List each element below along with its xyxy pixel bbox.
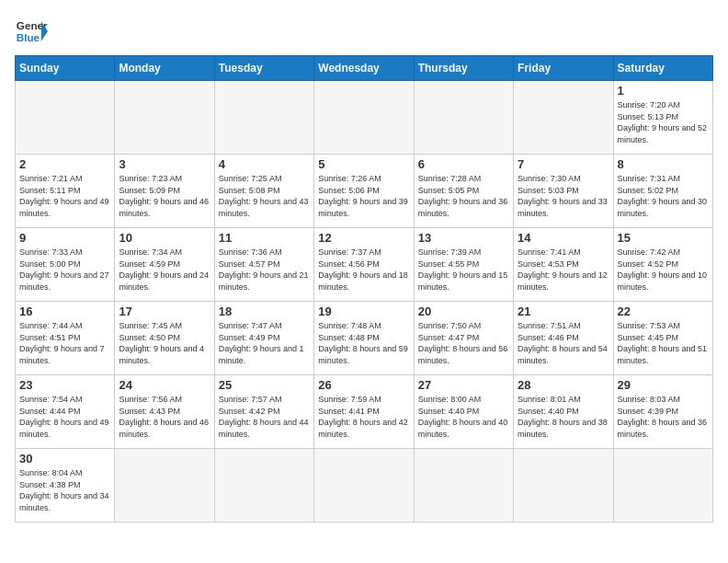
calendar-cell: 20Sunrise: 7:50 AM Sunset: 4:47 PM Dayli…: [414, 302, 513, 375]
calendar-cell: [214, 81, 313, 155]
day-number: 4: [219, 157, 310, 171]
calendar-cell: 27Sunrise: 8:00 AM Sunset: 4:40 PM Dayli…: [414, 375, 513, 449]
day-number: 28: [518, 378, 609, 392]
day-info: Sunrise: 7:54 AM Sunset: 4:44 PM Dayligh…: [19, 394, 110, 440]
day-info: Sunrise: 7:36 AM Sunset: 4:57 PM Dayligh…: [219, 247, 310, 293]
calendar-cell: [115, 449, 214, 523]
day-number: 26: [318, 378, 409, 392]
calendar-cell: [414, 449, 513, 523]
day-header-monday: Monday: [115, 56, 214, 81]
day-number: 25: [219, 378, 310, 392]
day-number: 22: [618, 304, 709, 318]
day-number: 11: [219, 231, 310, 245]
day-number: 13: [418, 231, 509, 245]
calendar-cell: 8Sunrise: 7:31 AM Sunset: 5:02 PM Daylig…: [613, 155, 712, 228]
calendar-cell: [214, 449, 313, 523]
day-info: Sunrise: 7:59 AM Sunset: 4:41 PM Dayligh…: [318, 394, 409, 440]
calendar-cell: 10Sunrise: 7:34 AM Sunset: 4:59 PM Dayli…: [115, 228, 214, 302]
day-info: Sunrise: 7:44 AM Sunset: 4:51 PM Dayligh…: [19, 320, 110, 366]
calendar-cell: 30Sunrise: 8:04 AM Sunset: 4:38 PM Dayli…: [16, 449, 115, 523]
day-header-thursday: Thursday: [414, 56, 513, 81]
calendar-table: SundayMondayTuesdayWednesdayThursdayFrid…: [15, 55, 713, 523]
calendar-cell: [514, 449, 613, 523]
calendar-cell: 1Sunrise: 7:20 AM Sunset: 5:13 PM Daylig…: [613, 81, 712, 155]
day-number: 7: [518, 157, 609, 171]
calendar-cell: 26Sunrise: 7:59 AM Sunset: 4:41 PM Dayli…: [314, 375, 414, 449]
day-number: 2: [19, 157, 110, 171]
calendar-cell: 24Sunrise: 7:56 AM Sunset: 4:43 PM Dayli…: [115, 375, 214, 449]
week-row-4: 16Sunrise: 7:44 AM Sunset: 4:51 PM Dayli…: [16, 302, 713, 375]
day-number: 19: [318, 304, 409, 318]
day-number: 18: [219, 304, 310, 318]
day-info: Sunrise: 7:20 AM Sunset: 5:13 PM Dayligh…: [618, 99, 709, 145]
calendar-cell: 11Sunrise: 7:36 AM Sunset: 4:57 PM Dayli…: [214, 228, 313, 302]
calendar-cell: [16, 81, 115, 155]
week-row-6: 30Sunrise: 8:04 AM Sunset: 4:38 PM Dayli…: [16, 449, 713, 523]
calendar-cell: [314, 449, 414, 523]
day-info: Sunrise: 8:01 AM Sunset: 4:40 PM Dayligh…: [518, 394, 609, 440]
calendar-cell: 23Sunrise: 7:54 AM Sunset: 4:44 PM Dayli…: [16, 375, 115, 449]
day-header-friday: Friday: [514, 56, 613, 81]
day-number: 20: [418, 304, 509, 318]
calendar-cell: 4Sunrise: 7:25 AM Sunset: 5:08 PM Daylig…: [214, 155, 313, 228]
day-info: Sunrise: 8:03 AM Sunset: 4:39 PM Dayligh…: [618, 394, 709, 440]
day-number: 29: [618, 378, 709, 392]
day-number: 17: [119, 304, 210, 318]
day-number: 27: [418, 378, 509, 392]
calendar-cell: 22Sunrise: 7:53 AM Sunset: 4:45 PM Dayli…: [613, 302, 712, 375]
day-info: Sunrise: 7:30 AM Sunset: 5:03 PM Dayligh…: [518, 173, 609, 219]
day-header-saturday: Saturday: [613, 56, 712, 81]
calendar-cell: 13Sunrise: 7:39 AM Sunset: 4:55 PM Dayli…: [414, 228, 513, 302]
day-info: Sunrise: 7:23 AM Sunset: 5:09 PM Dayligh…: [119, 173, 210, 219]
calendar-cell: [414, 81, 513, 155]
calendar-cell: [514, 81, 613, 155]
day-info: Sunrise: 7:31 AM Sunset: 5:02 PM Dayligh…: [618, 173, 709, 219]
calendar-cell: 7Sunrise: 7:30 AM Sunset: 5:03 PM Daylig…: [514, 155, 613, 228]
day-number: 5: [318, 157, 409, 171]
day-info: Sunrise: 7:42 AM Sunset: 4:52 PM Dayligh…: [618, 247, 709, 293]
svg-text:Blue: Blue: [17, 31, 40, 43]
calendar-cell: 25Sunrise: 7:57 AM Sunset: 4:42 PM Dayli…: [214, 375, 313, 449]
calendar-cell: [613, 449, 712, 523]
calendar-cell: 6Sunrise: 7:28 AM Sunset: 5:05 PM Daylig…: [414, 155, 513, 228]
day-info: Sunrise: 7:51 AM Sunset: 4:46 PM Dayligh…: [518, 320, 609, 366]
day-number: 9: [19, 231, 110, 245]
day-number: 21: [518, 304, 609, 318]
day-info: Sunrise: 7:48 AM Sunset: 4:48 PM Dayligh…: [318, 320, 409, 366]
day-info: Sunrise: 7:28 AM Sunset: 5:05 PM Dayligh…: [418, 173, 509, 219]
calendar-cell: 21Sunrise: 7:51 AM Sunset: 4:46 PM Dayli…: [514, 302, 613, 375]
day-number: 8: [618, 157, 709, 171]
day-info: Sunrise: 7:53 AM Sunset: 4:45 PM Dayligh…: [618, 320, 709, 366]
day-info: Sunrise: 7:25 AM Sunset: 5:08 PM Dayligh…: [219, 173, 310, 219]
week-row-5: 23Sunrise: 7:54 AM Sunset: 4:44 PM Dayli…: [16, 375, 713, 449]
day-info: Sunrise: 8:04 AM Sunset: 4:38 PM Dayligh…: [19, 467, 110, 513]
day-info: Sunrise: 7:39 AM Sunset: 4:55 PM Dayligh…: [418, 247, 509, 293]
day-number: 1: [618, 84, 709, 98]
day-number: 3: [119, 157, 210, 171]
week-row-3: 9Sunrise: 7:33 AM Sunset: 5:00 PM Daylig…: [16, 228, 713, 302]
day-info: Sunrise: 7:47 AM Sunset: 4:49 PM Dayligh…: [219, 320, 310, 366]
day-number: 15: [618, 231, 709, 245]
day-number: 14: [518, 231, 609, 245]
page-header: General Blue: [15, 15, 713, 48]
day-info: Sunrise: 7:57 AM Sunset: 4:42 PM Dayligh…: [219, 394, 310, 440]
calendar-cell: 28Sunrise: 8:01 AM Sunset: 4:40 PM Dayli…: [514, 375, 613, 449]
day-number: 12: [318, 231, 409, 245]
logo: General Blue: [15, 15, 48, 48]
day-info: Sunrise: 7:37 AM Sunset: 4:56 PM Dayligh…: [318, 247, 409, 293]
week-row-1: 1Sunrise: 7:20 AM Sunset: 5:13 PM Daylig…: [16, 81, 713, 155]
day-number: 16: [19, 304, 110, 318]
calendar-cell: 17Sunrise: 7:45 AM Sunset: 4:50 PM Dayli…: [115, 302, 214, 375]
day-number: 24: [119, 378, 210, 392]
day-info: Sunrise: 8:00 AM Sunset: 4:40 PM Dayligh…: [418, 394, 509, 440]
day-info: Sunrise: 7:50 AM Sunset: 4:47 PM Dayligh…: [418, 320, 509, 366]
calendar-cell: 18Sunrise: 7:47 AM Sunset: 4:49 PM Dayli…: [214, 302, 313, 375]
day-header-tuesday: Tuesday: [214, 56, 313, 81]
calendar-cell: 29Sunrise: 8:03 AM Sunset: 4:39 PM Dayli…: [613, 375, 712, 449]
calendar-cell: 15Sunrise: 7:42 AM Sunset: 4:52 PM Dayli…: [613, 228, 712, 302]
calendar-cell: [115, 81, 214, 155]
calendar-cell: 16Sunrise: 7:44 AM Sunset: 4:51 PM Dayli…: [16, 302, 115, 375]
calendar-cell: 14Sunrise: 7:41 AM Sunset: 4:53 PM Dayli…: [514, 228, 613, 302]
day-info: Sunrise: 7:41 AM Sunset: 4:53 PM Dayligh…: [518, 247, 609, 293]
day-info: Sunrise: 7:56 AM Sunset: 4:43 PM Dayligh…: [119, 394, 210, 440]
